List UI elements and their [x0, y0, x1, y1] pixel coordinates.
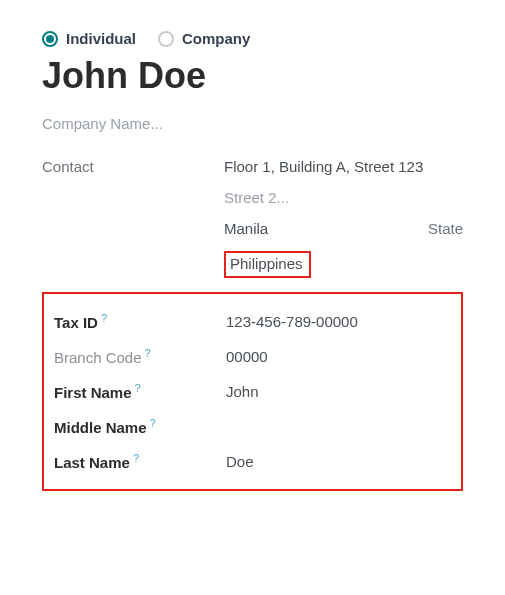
street2-input[interactable]: Street 2...: [224, 189, 463, 206]
contact-name-input[interactable]: John Doe: [42, 55, 463, 97]
radio-dot-icon: [42, 31, 58, 47]
country-input[interactable]: Philippines: [224, 251, 311, 278]
identity-fields-box: Tax ID? 123-456-789-00000 Branch Code? 0…: [42, 292, 463, 491]
company-name-input[interactable]: Company Name...: [42, 115, 463, 132]
help-icon[interactable]: ?: [133, 452, 139, 464]
help-icon[interactable]: ?: [150, 417, 156, 429]
contact-address-row: Contact Floor 1, Building A, Street 123 …: [42, 158, 463, 278]
help-icon[interactable]: ?: [145, 347, 151, 359]
first-name-label: First Name?: [54, 382, 226, 401]
state-input[interactable]: State: [428, 220, 463, 237]
street1-input[interactable]: Floor 1, Building A, Street 123: [224, 158, 463, 175]
contact-type-radio-group: Individual Company: [42, 30, 463, 47]
branch-code-input[interactable]: 00000: [226, 348, 449, 365]
last-name-label: Last Name?: [54, 452, 226, 471]
first-name-row: First Name? John: [54, 374, 449, 409]
help-icon[interactable]: ?: [135, 382, 141, 394]
city-input[interactable]: Manila: [224, 220, 268, 237]
middle-name-row: Middle Name?: [54, 409, 449, 444]
tax-id-row: Tax ID? 123-456-789-00000: [54, 304, 449, 339]
radio-individual-label: Individual: [66, 30, 136, 47]
branch-code-label: Branch Code?: [54, 347, 226, 366]
tax-id-label: Tax ID?: [54, 312, 226, 331]
address-fields: Floor 1, Building A, Street 123 Street 2…: [224, 158, 463, 278]
radio-dot-icon: [158, 31, 174, 47]
contact-label: Contact: [42, 158, 224, 175]
middle-name-label: Middle Name?: [54, 417, 226, 436]
last-name-row: Last Name? Doe: [54, 444, 449, 479]
last-name-input[interactable]: Doe: [226, 453, 449, 470]
branch-code-row: Branch Code? 00000: [54, 339, 449, 374]
radio-company[interactable]: Company: [158, 30, 250, 47]
first-name-input[interactable]: John: [226, 383, 449, 400]
radio-individual[interactable]: Individual: [42, 30, 136, 47]
tax-id-input[interactable]: 123-456-789-00000: [226, 313, 449, 330]
radio-company-label: Company: [182, 30, 250, 47]
help-icon[interactable]: ?: [101, 312, 107, 324]
